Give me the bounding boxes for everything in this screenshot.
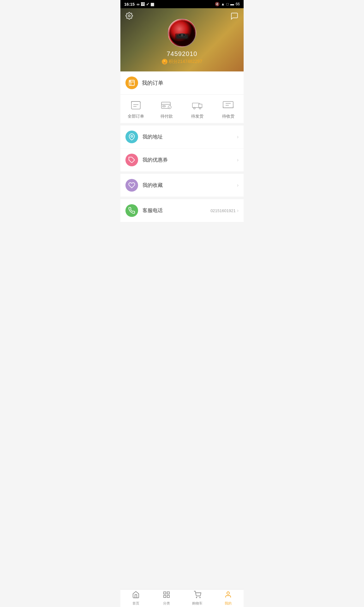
status-icons: ∞ 🖼 ✓ ▦ (136, 2, 154, 7)
my-coupon-item[interactable]: 我的优惠券 › (120, 149, 244, 171)
coupon-label: 我的优惠券 (143, 157, 237, 163)
cart-label: 购物车 (192, 601, 203, 606)
my-address-item[interactable]: 我的地址 › (120, 126, 244, 148)
home-label: 首页 (132, 601, 139, 606)
service-icon-wrap (125, 204, 138, 217)
favorites-chevron: › (237, 182, 239, 188)
svg-rect-18 (192, 103, 199, 107)
service-phone: 02151601921 (210, 208, 236, 213)
signal-icon: □ (226, 2, 228, 6)
user-points: 🏆 积分2147482297 (162, 59, 202, 64)
user-id: 74592010 (167, 50, 197, 58)
favorites-section: 我的收藏 › (120, 174, 244, 197)
receipt-icon (222, 100, 234, 111)
svg-rect-15 (163, 106, 165, 107)
wifi-icon: ▲ (221, 2, 225, 6)
nav-home[interactable]: 首页 (120, 590, 151, 607)
mine-label: 我的 (225, 601, 232, 606)
svg-point-31 (200, 597, 200, 598)
profile-header: 74592010 🏆 积分2147482297 (120, 8, 244, 71)
svg-rect-10 (131, 101, 140, 109)
service-section: 客服电话 02151601921 › (120, 199, 244, 222)
address-chevron: › (237, 134, 239, 140)
svg-point-32 (227, 592, 229, 594)
nav-category[interactable]: 分类 (151, 590, 182, 607)
favorites-icon-wrap (125, 179, 138, 192)
status-bar: 16:15 ∞ 🖼 ✓ ▦ 🔇 ▲ □ ▬ 66 (120, 0, 244, 8)
svg-rect-28 (164, 595, 166, 598)
svg-point-0 (128, 15, 130, 17)
order-types-row: 全部订单 ¥ 待付款 (120, 95, 244, 123)
order-type-payment[interactable]: ¥ 待付款 (151, 100, 182, 119)
status-right: 🔇 ▲ □ ▬ 66 (215, 2, 240, 6)
cart-icon (194, 591, 201, 600)
mine-icon (224, 591, 232, 600)
svg-point-9 (130, 81, 130, 82)
avatar[interactable] (168, 19, 196, 47)
receipt-label: 待收货 (222, 113, 234, 119)
svg-point-5 (181, 34, 183, 36)
orders-title: 我的订单 (142, 79, 163, 87)
all-orders-label: 全部订单 (128, 113, 144, 119)
orders-header[interactable]: 我的订单 (120, 71, 244, 95)
svg-text:¥: ¥ (169, 107, 170, 109)
message-button[interactable] (230, 12, 239, 22)
battery-icon: ▬ (230, 2, 234, 6)
nav-mine[interactable]: 我的 (213, 590, 244, 607)
service-label: 客服电话 (143, 207, 210, 214)
shipment-label: 待发货 (191, 113, 203, 119)
all-orders-icon (130, 100, 142, 111)
svg-point-1 (169, 20, 195, 46)
orders-icon (125, 77, 138, 89)
category-icon (163, 591, 170, 600)
mute-icon: 🔇 (215, 2, 220, 6)
coupon-icon-wrap (125, 154, 138, 166)
order-type-all[interactable]: 全部订单 (120, 100, 151, 119)
my-favorites-item[interactable]: 我的收藏 › (120, 174, 244, 197)
bottom-nav: 首页 分类 购物车 我的 (120, 589, 244, 607)
address-icon-wrap (125, 131, 138, 143)
my-orders-section: 我的订单 全部订单 (120, 71, 244, 123)
payment-icon: ¥ (160, 100, 173, 111)
home-icon (132, 591, 140, 600)
order-type-shipment[interactable]: 待发货 (182, 100, 213, 119)
svg-rect-27 (167, 592, 169, 594)
payment-label: 待付款 (161, 113, 173, 119)
coupon-chevron: › (237, 157, 239, 163)
svg-rect-29 (167, 595, 169, 598)
order-type-receipt[interactable]: 待收货 (213, 100, 244, 119)
address-section: 我的地址 › (120, 126, 244, 148)
coupon-section: 我的优惠券 › (120, 149, 244, 171)
shipment-icon (191, 100, 204, 111)
favorites-label: 我的收藏 (143, 182, 237, 189)
svg-rect-21 (223, 101, 233, 108)
svg-point-24 (131, 135, 133, 137)
status-time: 16:15 (124, 2, 135, 7)
address-label: 我的地址 (143, 134, 237, 140)
points-icon: 🏆 (162, 59, 167, 64)
service-chevron: › (237, 208, 239, 213)
svg-rect-26 (164, 592, 166, 594)
nav-cart[interactable]: 购物车 (182, 590, 213, 607)
svg-point-30 (196, 597, 197, 598)
customer-service-item[interactable]: 客服电话 02151601921 › (120, 199, 244, 222)
settings-button[interactable] (125, 12, 133, 21)
category-label: 分类 (163, 601, 170, 606)
battery-level: 66 (236, 2, 240, 6)
